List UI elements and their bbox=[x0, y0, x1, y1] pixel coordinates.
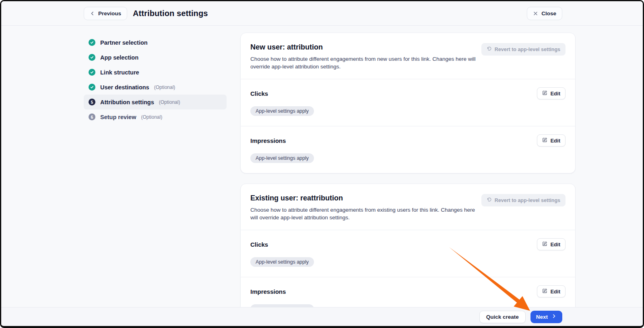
page-title: Attribution settings bbox=[133, 9, 208, 18]
revert-to-app-level-button[interactable]: Revert to app-level settings bbox=[481, 194, 566, 206]
step-optional-tag: (Optional) bbox=[141, 114, 162, 120]
stepper-step-app-selection[interactable]: App selection bbox=[84, 50, 227, 65]
card-header: Existing user: reattribution Choose how … bbox=[241, 184, 575, 230]
close-button[interactable]: Close bbox=[527, 7, 562, 20]
quick-create-button[interactable]: Quick create bbox=[479, 311, 526, 323]
revert-to-app-level-button[interactable]: Revert to app-level settings bbox=[481, 43, 566, 56]
close-button-label: Close bbox=[541, 10, 556, 17]
edit-button-label: Edit bbox=[550, 91, 560, 97]
step-optional-tag: (Optional) bbox=[159, 99, 180, 105]
card-title: New user: attribution bbox=[250, 43, 481, 52]
quick-create-button-label: Quick create bbox=[486, 314, 519, 320]
step-label: Setup review bbox=[100, 114, 136, 120]
status-badge: App-level settings apply bbox=[250, 153, 314, 163]
edit-impressions-button[interactable]: Edit bbox=[537, 285, 566, 297]
settings-content: New user: attribution Choose how to attr… bbox=[240, 26, 576, 324]
edit-icon bbox=[542, 137, 547, 144]
next-button-label: Next bbox=[536, 314, 548, 320]
footer-bar: Quick create Next bbox=[1, 307, 643, 326]
chevron-left-icon bbox=[90, 11, 95, 16]
clicks-section: Clicks Edit App-level settings apply bbox=[241, 79, 575, 126]
section-title: Clicks bbox=[250, 90, 268, 97]
stepper-step-attribution-settings[interactable]: 5 Attribution settings (Optional) bbox=[84, 95, 227, 109]
check-circle-icon bbox=[89, 69, 95, 76]
step-optional-tag: (Optional) bbox=[154, 85, 175, 90]
check-circle-icon bbox=[89, 39, 95, 46]
edit-icon bbox=[542, 241, 547, 248]
stepper-step-link-structure[interactable]: Link structure bbox=[84, 65, 227, 80]
section-title: Clicks bbox=[250, 241, 268, 248]
card-new-user-attribution: New user: attribution Choose how to attr… bbox=[240, 33, 576, 173]
main-area: Partner selection App selection Link str… bbox=[1, 26, 643, 307]
undo-icon bbox=[487, 197, 492, 204]
status-badge: App-level settings apply bbox=[250, 257, 314, 267]
close-icon bbox=[533, 11, 538, 16]
revert-button-label: Revert to app-level settings bbox=[495, 47, 560, 52]
step-number-icon: 6 bbox=[89, 113, 95, 120]
chevron-right-icon bbox=[551, 314, 557, 320]
edit-icon bbox=[542, 90, 547, 97]
card-header: New user: attribution Choose how to attr… bbox=[241, 33, 575, 79]
step-label: Link structure bbox=[100, 69, 139, 76]
edit-button-label: Edit bbox=[550, 289, 560, 295]
attribution-settings-modal: Previous Attribution settings Close Part… bbox=[0, 0, 644, 328]
edit-button-label: Edit bbox=[550, 138, 560, 144]
edit-clicks-button[interactable]: Edit bbox=[537, 238, 566, 250]
revert-button-label: Revert to app-level settings bbox=[495, 198, 560, 203]
step-label: User destinations bbox=[100, 84, 149, 91]
section-title: Impressions bbox=[250, 288, 286, 295]
edit-clicks-button[interactable]: Edit bbox=[537, 87, 566, 99]
previous-button[interactable]: Previous bbox=[84, 7, 127, 20]
step-label: Partner selection bbox=[100, 39, 148, 46]
card-title: Existing user: reattribution bbox=[250, 194, 481, 202]
wizard-stepper: Partner selection App selection Link str… bbox=[84, 26, 227, 124]
stepper-step-partner-selection[interactable]: Partner selection bbox=[84, 35, 227, 50]
step-number-icon: 5 bbox=[89, 99, 95, 105]
card-description: Choose how to attribute different engage… bbox=[250, 206, 481, 221]
edit-button-label: Edit bbox=[550, 241, 560, 248]
step-label: App selection bbox=[100, 54, 138, 61]
stepper-step-user-destinations[interactable]: User destinations (Optional) bbox=[84, 80, 227, 95]
check-circle-icon bbox=[89, 84, 95, 91]
undo-icon bbox=[487, 46, 492, 53]
top-bar: Previous Attribution settings Close bbox=[1, 1, 643, 26]
stepper-step-setup-review[interactable]: 6 Setup review (Optional) bbox=[84, 109, 227, 124]
edit-impressions-button[interactable]: Edit bbox=[537, 134, 566, 146]
card-existing-user-reattribution: Existing user: reattribution Choose how … bbox=[240, 184, 576, 324]
impressions-section: Impressions Edit App-level settings appl… bbox=[241, 126, 575, 173]
clicks-section: Clicks Edit App-level settings apply bbox=[241, 230, 575, 277]
next-button[interactable]: Next bbox=[530, 311, 562, 323]
card-description: Choose how to attribute different engage… bbox=[250, 55, 481, 70]
status-badge: App-level settings apply bbox=[250, 106, 314, 116]
step-label: Attribution settings bbox=[100, 99, 154, 105]
edit-icon bbox=[542, 288, 547, 295]
check-circle-icon bbox=[89, 54, 95, 61]
section-title: Impressions bbox=[250, 137, 286, 144]
previous-button-label: Previous bbox=[98, 10, 121, 17]
